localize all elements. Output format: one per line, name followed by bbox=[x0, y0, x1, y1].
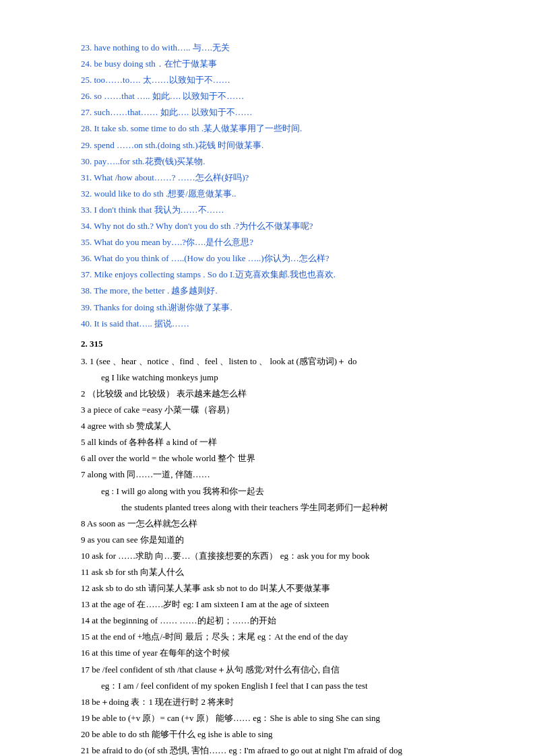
line-4: 26. so ……that ….. 如此…. 以致知于不…… bbox=[81, 89, 468, 104]
line-36: 14 at the beginning of …… ……的起初；……的开始 bbox=[81, 613, 468, 628]
line-10: 32. would like to do sth .想要/愿意做某事.. bbox=[81, 186, 468, 201]
line-9: 31. What /how about……? ……怎么样(好吗)? bbox=[81, 170, 468, 185]
line-41: 18 be＋doing 表：1 现在进行时 2 将来时 bbox=[81, 695, 468, 710]
line-33: 11 ask sb for sth 向某人什么 bbox=[81, 565, 468, 580]
line-14: 36. What do you think of …..(How do you … bbox=[81, 251, 468, 266]
line-28: eg : I will go along with you 我将和你一起去 bbox=[101, 484, 468, 499]
line-26: 6 all over the world = the whole world 整… bbox=[81, 451, 468, 466]
line-16: 38. The more, the better . 越多越则好. bbox=[81, 283, 468, 298]
line-37: 15 at the end of +地点/-时间 最后；尽头；末尾 eg：At … bbox=[81, 629, 468, 644]
line-6: 28. It take sb. some time to do sth .某人做… bbox=[81, 121, 468, 136]
line-39: 17 be /feel confident of sth /that claus… bbox=[81, 662, 468, 677]
line-7: 29. spend ……on sth.(doing sth.)花钱 时间做某事. bbox=[81, 138, 468, 153]
line-24: 4 agree with sb 赞成某人 bbox=[81, 419, 468, 434]
line-12: 34. Why not do sth.? Why don't you do st… bbox=[81, 219, 468, 234]
line-1: 23. have nothing to do with….. 与….无关 bbox=[81, 40, 468, 55]
line-27: 7 along with 同……一道, 伴随…… bbox=[81, 467, 468, 482]
line-13: 35. What do you mean by….?你….是什么意思? bbox=[81, 235, 468, 250]
line-42: 19 be able to (+v 原）= can (+v 原） 能够…… eg… bbox=[81, 711, 468, 726]
line-18: 40. It is said that….. 据说…… bbox=[81, 316, 468, 331]
line-31: 9 as you can see 你是知道的 bbox=[81, 532, 468, 547]
line-38: 16 at this time of year 在每年的这个时候 bbox=[81, 646, 468, 660]
line-32: 10 ask for ……求助 向…要…（直接接想要的东西） eg：ask yo… bbox=[81, 549, 468, 563]
line-11: 33. I don't think that 我认为……不…… bbox=[81, 203, 468, 217]
line-21: eg I like watching monkeys jump bbox=[101, 370, 468, 385]
line-19: 2. 315 bbox=[81, 337, 468, 351]
line-22: 2 （比较级 and 比较级） 表示越来越怎么样 bbox=[81, 386, 468, 401]
line-35: 13 at the age of 在……岁时 eg: I am sixteen … bbox=[81, 597, 468, 612]
line-2: 24. be busy doing sth．在忙于做某事 bbox=[81, 57, 468, 71]
line-8: 30. pay…..for sth.花费(钱)买某物. bbox=[81, 154, 468, 169]
line-3: 25. too……to…. 太……以致知于不…… bbox=[81, 73, 468, 88]
line-25: 5 all kinds of 各种各样 a kind of 一样 bbox=[81, 435, 468, 450]
line-17: 39. Thanks for doing sth.谢谢你做了某事. bbox=[81, 300, 468, 315]
line-29: the students planted trees along with th… bbox=[121, 500, 468, 515]
line-15: 37. Mike enjoys collecting stamps . So d… bbox=[81, 267, 468, 282]
line-23: 3 a piece of cake =easy 小菜一碟（容易） bbox=[81, 403, 468, 417]
line-40: eg：I am / feel confident of my spoken En… bbox=[101, 679, 468, 693]
line-34: 12 ask sb to do sth 请问某人某事 ask sb not to… bbox=[81, 581, 468, 596]
line-44: 21 be afraid to do (of sth 恐惧, 害怕…… eg :… bbox=[81, 743, 468, 756]
line-20: 3. 1 (see 、hear 、notice 、find 、feel 、lis… bbox=[81, 354, 468, 369]
line-30: 8 As soon as 一怎么样就怎么样 bbox=[81, 516, 468, 531]
line-43: 20 be able to do sth 能够干什么 eg ishe is ab… bbox=[81, 727, 468, 742]
line-5: 27. such……that…… 如此…. 以致知于不…… bbox=[81, 105, 468, 120]
main-content: 23. have nothing to do with….. 与….无关24. … bbox=[81, 40, 468, 756]
